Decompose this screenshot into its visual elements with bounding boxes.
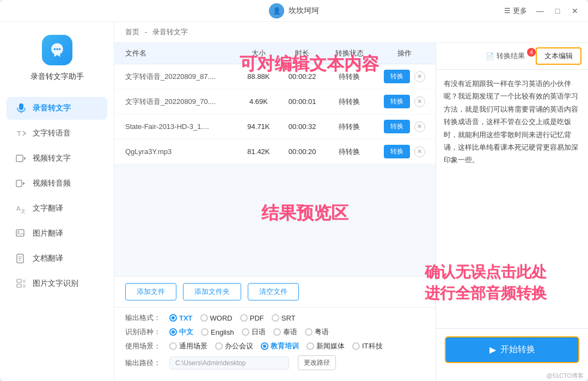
scene-general[interactable]: 通用场景 — [169, 341, 207, 351]
close-button[interactable]: ✕ — [571, 7, 579, 15]
lang-label: 识别语种： — [125, 327, 161, 337]
scene-office[interactable]: 办公会议 — [215, 341, 253, 351]
lang-thai[interactable]: 泰语 — [273, 327, 297, 337]
format-txt[interactable]: TXT — [169, 314, 193, 322]
lang-english[interactable]: English — [201, 328, 234, 336]
file-table: 文件名 大小 时长 转换状态 操作 文字转语音_2022 — [114, 43, 436, 276]
file-status: 待转换 — [326, 114, 373, 139]
radio-english[interactable] — [201, 328, 209, 336]
window-title: 坎坎坷坷 — [289, 6, 319, 16]
lang-chinese[interactable]: 中文 — [169, 327, 193, 337]
file-name: State-Fair-2013-HD-3_1.... — [114, 114, 238, 139]
radio-cantonese[interactable] — [305, 328, 313, 336]
file-duration: 00:00:32 — [279, 114, 326, 139]
scene-label: 使用场景： — [125, 341, 161, 351]
convert-button[interactable]: 转换 — [384, 70, 410, 83]
sidebar-item-image-ocr[interactable]: 图片文字识别 — [7, 272, 107, 295]
scene-education[interactable]: 教育培训 — [261, 341, 299, 351]
radio-japanese[interactable] — [242, 328, 249, 336]
minimize-button[interactable]: — — [536, 7, 544, 15]
svg-rect-18 — [17, 279, 21, 282]
scene-it[interactable]: IT科技 — [352, 341, 383, 351]
maximize-button[interactable]: □ — [553, 7, 562, 15]
remove-button[interactable]: ✕ — [414, 96, 425, 107]
remove-button[interactable]: ✕ — [414, 71, 425, 82]
preview-header: 📄 转换结果 4 文本编辑 — [436, 43, 588, 70]
file-size: 4.69K — [238, 89, 279, 114]
sidebar-item-text-translate[interactable]: A文 文字翻译 — [7, 197, 107, 220]
svg-text:T: T — [17, 130, 21, 138]
radio-it[interactable] — [352, 342, 360, 350]
radio-word[interactable] — [200, 314, 208, 322]
preview-content: 有没有近期跟我一样在学习英语的小伙伴呢？我近期发现了一个比较有效的英语学习方法，… — [436, 70, 588, 328]
table-row: 文字转语音_20220809_87.... 88.88K 00:00:22 待转… — [114, 64, 436, 89]
lang-japanese[interactable]: 日语 — [242, 327, 266, 337]
convert-button[interactable]: 转换 — [384, 145, 410, 158]
sidebar-item-doc-translate[interactable]: 文档翻译 — [7, 247, 107, 270]
radio-srt[interactable] — [272, 314, 279, 322]
radio-news[interactable] — [307, 342, 314, 350]
action-buttons: 添加文件 添加文件夹 清空文件 — [114, 276, 436, 307]
radio-txt[interactable] — [169, 314, 177, 322]
sidebar-item-speech-to-text[interactable]: 录音转文字 — [7, 97, 107, 120]
speech-to-text-icon — [15, 102, 27, 114]
col-status: 转换状态 — [326, 43, 373, 64]
sidebar-item-label: 视频转音频 — [33, 179, 71, 188]
add-file-button[interactable]: 添加文件 — [125, 283, 176, 300]
menu-icon: ☰ — [504, 7, 511, 15]
svg-marker-9 — [23, 182, 25, 185]
sidebar-item-label: 文字转语音 — [33, 128, 71, 138]
lang-cantonese[interactable]: 粤语 — [305, 327, 329, 337]
text-edit-button[interactable]: 文本编辑 — [536, 47, 581, 65]
convert-button[interactable]: 转换 — [384, 95, 410, 108]
format-word[interactable]: WORD — [200, 314, 232, 322]
file-duration: 00:00:20 — [279, 139, 326, 164]
convert-result-button[interactable]: 📄 转换结果 4 — [486, 51, 525, 61]
sidebar: 录音转文字助手 录音转文字 T 文字转语音 — [0, 22, 114, 381]
radio-office[interactable] — [215, 342, 223, 350]
file-name: 文字转语音_20220809_70.... — [114, 89, 238, 114]
file-icon: 📄 — [486, 52, 494, 60]
radio-chinese[interactable] — [169, 328, 177, 336]
breadcrumb-home[interactable]: 首页 — [125, 28, 139, 36]
format-radio-group: TXT WORD PDF — [169, 314, 296, 322]
sidebar-item-label: 图片文字识别 — [33, 279, 78, 288]
format-pdf[interactable]: PDF — [240, 314, 264, 322]
clear-files-button[interactable]: 清空文件 — [248, 283, 299, 300]
radio-pdf[interactable] — [240, 314, 248, 322]
file-status: 待转换 — [326, 89, 373, 114]
waveform-icon: ▶ — [489, 345, 496, 355]
sidebar-item-video-to-text[interactable]: 视频转文字 — [7, 147, 107, 170]
sidebar-item-label: 文档翻译 — [33, 254, 63, 263]
file-status: 待转换 — [326, 64, 373, 89]
svg-rect-19 — [17, 284, 21, 287]
sidebar-item-label: 文字翻译 — [33, 204, 63, 213]
table-row: State-Fair-2013-HD-3_1.... 94.71K 00:00:… — [114, 114, 436, 139]
format-srt[interactable]: SRT — [272, 314, 296, 322]
convert-button[interactable]: 转换 — [384, 120, 410, 133]
lang-row: 识别语种： 中文 English — [125, 327, 425, 337]
remove-button[interactable]: ✕ — [414, 146, 425, 157]
avatar: 👤 — [269, 3, 284, 19]
video-to-audio-icon — [15, 177, 27, 189]
sidebar-item-text-to-speech[interactable]: T 文字转语音 — [7, 122, 107, 145]
radio-thai[interactable] — [273, 328, 281, 336]
radio-education[interactable] — [261, 342, 268, 350]
path-input[interactable] — [169, 357, 289, 370]
doc-translate-icon — [15, 253, 27, 265]
sidebar-item-video-to-audio[interactable]: 视频转音频 — [7, 172, 107, 195]
change-path-button[interactable]: 更改路径 — [298, 355, 336, 370]
sidebar-item-image-translate[interactable]: 图片翻译 — [7, 222, 107, 245]
start-convert-button[interactable]: ▶ 开始转换 — [445, 336, 579, 363]
result-badge: 4 — [527, 48, 536, 57]
file-duration: 00:00:22 — [279, 64, 326, 89]
remove-button[interactable]: ✕ — [414, 121, 425, 132]
svg-rect-6 — [16, 155, 23, 162]
add-folder-button[interactable]: 添加文件夹 — [183, 283, 241, 300]
app-logo — [42, 35, 72, 65]
scene-news[interactable]: 新闻媒体 — [307, 341, 345, 351]
file-actions: 转换 ✕ — [373, 89, 436, 114]
radio-general[interactable] — [169, 342, 177, 350]
logo-icon — [47, 40, 67, 60]
more-button[interactable]: ☰ 更多 — [504, 6, 527, 16]
